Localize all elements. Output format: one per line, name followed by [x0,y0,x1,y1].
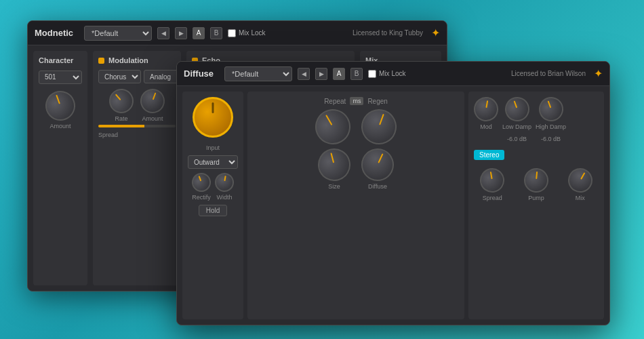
diffuse-mix-knob[interactable] [563,163,597,197]
diffuse-mix-lock-group: Mix Lock [368,70,405,78]
diffuse-knob-group: Diffuse [361,148,394,190]
stereo-button[interactable]: Stereo [474,150,504,160]
mod-dropdowns: Chorus Analog [98,70,176,83]
spread-section: Spread [480,168,504,201]
repeat-knob[interactable] [308,102,357,151]
a-button[interactable]: A [193,27,205,39]
diffuse-label: Diffuse [368,183,387,190]
high-damp-label: High Damp [536,123,566,130]
diffuse-a-button[interactable]: A [333,68,345,80]
regen-text: Regen [367,98,387,105]
mod-type-dropdown[interactable]: Chorus [98,70,141,83]
modnetic-titlebar: Modnetic *Default ◀ ▶ A B Mix Lock Licen… [28,21,447,45]
repeat-regen-knobs [253,109,459,144]
repeat-row: Repeat ms Regen [253,97,459,105]
mod-rate-knob[interactable] [104,84,139,119]
mod-knob[interactable] [472,95,500,123]
diffuse-logo-icon: ✦ [594,67,603,80]
diffuse-b-button[interactable]: B [350,68,363,80]
character-preset-dropdown[interactable]: 501 [39,71,82,84]
b-button[interactable]: B [210,27,222,39]
character-title: Character [39,56,73,64]
mix-lock-group: Mix Lock [228,29,265,37]
rectify-group: Rectify [192,173,211,201]
input-label: Input [188,144,238,151]
high-damp-knob[interactable] [535,94,566,125]
mod-amount-label: Amount [142,115,163,122]
diffuse-title: Diffuse [184,68,214,79]
mix-label: Mix [576,195,585,201]
pump-section: Pump [524,168,548,201]
mod-title: Modulation [108,56,148,64]
mix-lock-checkbox[interactable] [228,29,236,37]
low-damp-section: Low Damp -6.0 dB [502,97,531,142]
input-main-knob[interactable] [193,97,233,138]
mod-amount-knob[interactable] [137,85,168,117]
modnetic-licensed: Licensed to King Tubby [353,29,423,37]
size-knob[interactable] [315,145,355,185]
modnetic-preset-dropdown[interactable]: *Default [84,26,152,41]
spread-label: Spread [98,132,118,138]
high-damp-section: High Damp -6.0 dB [536,97,566,142]
mod-rate-label: Rate [115,115,127,122]
size-diffuse-row: Size Diffuse [253,148,459,190]
pump-knob[interactable] [523,167,549,193]
repeat-knob-group [315,109,350,144]
outward-dropdown[interactable]: Outward [188,155,238,169]
diffuse-preset-dropdown[interactable]: *Default [224,66,292,81]
diffuse-licensed: Licensed to Brian Wilson [511,70,586,77]
ms-badge: ms [350,97,363,105]
modnetic-title: Modnetic [35,28,73,38]
diffuse-mix-lock-label: Mix Lock [379,70,405,77]
reverb-panel: Reverb Stereo Spring Level [33,291,94,292]
diffuse-knob[interactable] [356,143,399,186]
mod-section: Mod [474,97,498,130]
diffuse-window: Diffuse *Default ◀ ▶ A B Mix Lock Licens… [176,61,610,325]
mod-led[interactable] [98,58,104,64]
prev-preset-button[interactable]: ◀ [157,27,169,39]
character-amount-group: Amount [39,91,82,129]
character-header: Character [39,56,82,64]
input-small-knobs: Rectify Width [188,173,238,201]
input-panel: Input Outward Rectify Width Hold [182,92,243,319]
mod-knobs: Rate Amount [98,89,176,122]
high-damp-value: -6.0 dB [541,136,561,142]
low-damp-knob[interactable] [501,94,532,125]
width-label: Width [216,194,232,201]
stereo-row: Stereo [474,148,599,160]
pump-label: Pump [528,195,544,201]
rectify-knob[interactable] [189,170,214,195]
mod-rate-group: Rate [109,89,134,122]
low-damp-label: Low Damp [502,123,531,130]
spread-knob[interactable] [478,166,506,195]
diffuse-next-button[interactable]: ▶ [315,68,327,80]
modnetic-logo-icon: ✦ [431,26,440,39]
size-label: Size [328,183,340,190]
next-preset-button[interactable]: ▶ [175,27,187,39]
diffuse-titlebar: Diffuse *Default ◀ ▶ A B Mix Lock Licens… [177,62,609,86]
mix-lock-label: Mix Lock [239,29,265,37]
character-amount-knob[interactable] [41,86,79,124]
diffuse-mix-lock-checkbox[interactable] [368,70,376,78]
modulation-panel: Modulation Chorus Analog Rate [93,51,181,285]
mix-section: Mix [568,168,592,201]
regen-knob-group [361,109,397,144]
repeat-text: Repeat [324,98,346,105]
right-panel: Mod Low Damp -6.0 dB High Damp -6. [468,92,604,319]
hold-button[interactable]: Hold [199,205,228,216]
size-knob-group: Size [318,148,350,190]
character-amount-label: Amount [49,123,71,129]
mod-header: Modulation [98,56,176,64]
spread-bar [98,125,176,127]
bottom-knobs: Spread Pump Mix [474,168,599,201]
mod-label: Mod [480,123,492,130]
center-panel: Repeat ms Regen Size [247,92,464,319]
width-knob[interactable] [214,172,235,193]
character-panel: Character 501 Amount [33,51,87,285]
diffuse-prev-button[interactable]: ◀ [298,68,310,80]
top-controls: Mod Low Damp -6.0 dB High Damp -6. [474,97,599,142]
width-group: Width [215,173,234,201]
low-damp-value: -6.0 dB [507,136,527,142]
regen-knob[interactable] [357,104,402,150]
diffuse-body: Input Outward Rectify Width Hold [177,86,609,325]
